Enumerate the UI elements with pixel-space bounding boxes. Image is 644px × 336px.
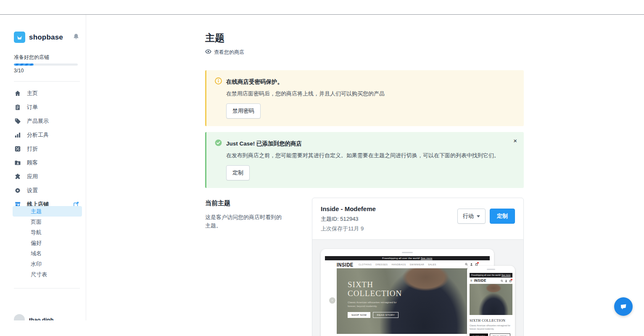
main-content: 主题 查看您的商店 在线商店受密码保护。 在禁用店面密码后，您的商店将上线，并且… <box>205 32 524 336</box>
section-description: 这是客户访问您的商店时看到的主题。 <box>205 213 283 230</box>
sidebar-divider <box>14 81 80 82</box>
eye-icon <box>205 48 211 56</box>
sidebar-item-orders[interactable]: 订单 <box>0 100 86 114</box>
storefront-nav-mobile: ≡ INSIDE <box>470 278 512 284</box>
hero-banner: ‹ › SIXTH COLLECTION Classic American si… <box>337 268 478 334</box>
home-icon <box>14 90 21 97</box>
page-title: 主题 <box>205 32 524 45</box>
sidebar: shopbase 准备好您的店铺 3/10 主页 订单 产品展示 <box>0 15 86 320</box>
alert-title: 在线商店受密码保护。 <box>226 78 283 86</box>
account-menu[interactable]: thao dinh <box>14 314 54 320</box>
sidebar-item-discounts[interactable]: 打折 <box>0 142 86 156</box>
sidebar-item-settings[interactable]: 设置 <box>0 183 86 197</box>
subnav-item-navigation[interactable]: 导航 <box>13 227 82 238</box>
analytics-icon <box>14 132 21 138</box>
brand-row: shopbase <box>14 32 79 43</box>
password-protection-alert: 在线商店受密码保护。 在禁用店面密码后，您的商店将上线，并且人们可以购买您的产品… <box>205 70 524 126</box>
chat-bubble-icon <box>619 302 628 311</box>
hero-title: SIXTH COLLECTION <box>348 280 394 298</box>
shop-now-button: SHOP NOW <box>348 312 370 318</box>
live-chat-button[interactable] <box>614 297 633 316</box>
announcement-bar-mobile: Freeshipping all over the world! See mor… <box>470 273 512 278</box>
sidebar-item-products[interactable]: 产品展示 <box>0 114 86 128</box>
progress-fill <box>14 63 34 66</box>
orders-icon <box>14 104 21 111</box>
section-title: 当前主题 <box>205 199 312 207</box>
search-icon <box>501 280 503 282</box>
check-circle-icon <box>215 139 222 148</box>
hero-title-mobile: SIXTH COLLECTION <box>470 318 512 323</box>
alert-description: 在禁用店面密码后，您的商店将上线，并且人们可以购买您的产品 <box>226 90 515 98</box>
apps-icon <box>14 173 21 180</box>
preview-phone-mockup: Freeshipping all over the world! See mor… <box>467 266 515 336</box>
phone-speaker <box>487 269 495 270</box>
setup-guide-title: 准备好您的店铺 <box>14 54 49 61</box>
brand-name: shopbase <box>29 33 63 42</box>
alert-description: 在发布到商店之前，您可能需要对其进行自定义。如果需要在主题之间进行切换，可以在下… <box>226 152 515 159</box>
shopbase-admin-page: shopbase 准备好您的店铺 3/10 主页 订单 产品展示 <box>0 0 644 336</box>
storefront-logo-mobile: INSIDE <box>474 278 486 283</box>
hamburger-icon: ≡ <box>470 279 472 283</box>
hero-subtitle-mobile: Classic American silhouettes reimagined … <box>470 324 512 331</box>
customize-button[interactable]: 定制 <box>490 209 515 224</box>
hero-banner-mobile <box>470 284 512 315</box>
theme-name: Inside - Modefeme <box>321 205 376 212</box>
discount-icon <box>14 146 21 152</box>
user-icon <box>505 280 507 282</box>
chevron-down-icon <box>477 215 480 217</box>
read-story-button-mobile: READ STORY <box>490 333 510 336</box>
cart-badge <box>511 279 512 280</box>
read-story-button: READ STORY <box>373 312 399 318</box>
actions-dropdown-button[interactable]: 行动 <box>457 209 486 224</box>
setup-progress-bar <box>14 63 78 66</box>
theme-id: 主题ID: 512943 <box>321 215 376 223</box>
sidebar-item-customers[interactable]: 顾客 <box>0 156 86 169</box>
theme-preview-image: Freeshipping all over the world! See mor… <box>312 239 523 336</box>
storefront-logo: INSIDE <box>337 262 354 267</box>
disable-password-button[interactable]: 禁用密码 <box>226 103 261 119</box>
view-store-link[interactable]: 查看您的商店 <box>205 48 244 56</box>
current-theme-section: 当前主题 这是客户访问您的商店时看到的主题。 Inside - Modefeme… <box>205 198 524 336</box>
settings-icon <box>14 187 21 194</box>
subnav-item-domains[interactable]: 域名 <box>13 248 82 259</box>
top-divider <box>0 14 644 15</box>
subnav-item-watermark[interactable]: 水印 <box>13 259 82 269</box>
online-store-subnav: 主题 页面 导航 偏好 域名 水印 尺寸表 <box>0 206 86 280</box>
subnav-item-themes[interactable]: 主题 <box>13 206 82 217</box>
customers-icon <box>14 159 21 166</box>
user-name: thao dinh <box>29 317 54 321</box>
sidebar-item-home[interactable]: 主页 <box>0 86 86 100</box>
shop-now-button-mobile: SHOP NOW <box>470 333 488 336</box>
storefront-nav: INSIDE CLOTHINGDRESSESHANDBAGSSWIMWEARSA… <box>325 260 490 268</box>
setup-progress-label: 3/10 <box>14 68 24 74</box>
carousel-prev-icon: ‹ <box>329 297 335 304</box>
hero-subtitle: Classic American silhouettes reimagined … <box>348 301 397 309</box>
cart-badge <box>477 262 479 264</box>
alert-title: Just Case! 已添加到您的商店 <box>226 140 302 148</box>
subnav-item-preferences[interactable]: 偏好 <box>13 238 82 248</box>
announcement-bar: Freeshipping all over the world! See mor… <box>325 256 490 260</box>
sidebar-item-apps[interactable]: 应用 <box>0 169 86 183</box>
products-icon <box>14 118 21 124</box>
customize-theme-button[interactable]: 定制 <box>226 165 250 180</box>
user-avatar <box>14 314 25 320</box>
sidebar-nav: 主页 订单 产品展示 分析工具 打折 顾客 <box>0 86 86 211</box>
user-icon <box>470 263 473 266</box>
current-theme-card: Inside - Modefeme 主题ID: 512943 上次保存于11月 … <box>312 198 524 336</box>
info-icon <box>215 77 222 86</box>
shopbase-logo-icon <box>14 32 25 43</box>
close-icon[interactable]: × <box>513 138 517 144</box>
theme-last-saved: 上次保存于11月 9 <box>321 225 376 233</box>
subnav-item-size-chart[interactable]: 尺寸表 <box>13 269 82 280</box>
theme-added-alert: Just Case! 已添加到您的商店 × 在发布到商店之前，您可能需要对其进行… <box>205 132 524 188</box>
subnav-item-pages[interactable]: 页面 <box>13 217 82 227</box>
sidebar-item-analytics[interactable]: 分析工具 <box>0 128 86 142</box>
sidebar-divider-bottom <box>14 288 80 288</box>
notifications-bell-icon[interactable] <box>73 33 79 42</box>
tablet-camera <box>402 252 413 253</box>
search-icon <box>465 263 468 266</box>
